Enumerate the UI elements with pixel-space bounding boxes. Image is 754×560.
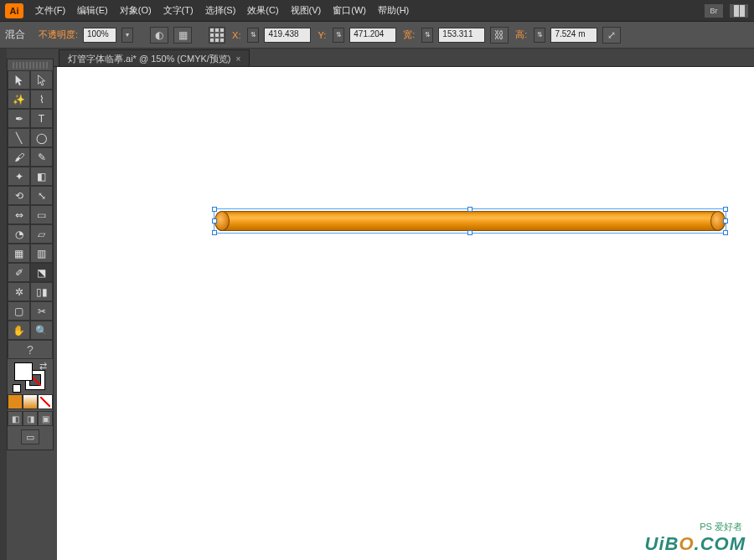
watermark-small: PS 爱好者 (700, 521, 742, 533)
handle-tl[interactable] (212, 207, 217, 212)
magic-wand-tool[interactable]: ✨ (8, 90, 30, 109)
recolor-icon[interactable]: ◐ (150, 27, 168, 44)
menu-effect[interactable]: 效果(C) (247, 4, 278, 17)
gradient-tool[interactable]: ▥ (30, 244, 53, 263)
shape-builder-tool[interactable]: ◔ (8, 224, 30, 244)
zoom-tool[interactable]: 🔍 (30, 321, 53, 340)
opacity-field[interactable]: 100% (83, 28, 116, 43)
selection-tool[interactable] (8, 70, 30, 90)
tube-shape[interactable] (216, 211, 724, 231)
tube-cap-left (214, 211, 230, 231)
menu-select[interactable]: 选择(S) (205, 4, 236, 17)
document-tab-title: 灯管字体临摹.ai* @ 150% (CMYK/预览) (68, 53, 231, 65)
solid-color-mode[interactable] (8, 394, 23, 409)
h-field[interactable]: 7.524 m (550, 28, 597, 43)
color-modes (8, 394, 53, 409)
swap-colors-icon[interactable]: ⇄ (39, 361, 48, 369)
rotate-tool[interactable]: ⟲ (8, 186, 30, 205)
fill-swatch[interactable] (14, 362, 33, 381)
selected-object[interactable] (216, 211, 724, 231)
panel-dock-strip[interactable] (0, 49, 7, 560)
menu-edit[interactable]: 编辑(E) (77, 4, 108, 17)
y-label: Y: (318, 30, 326, 40)
line-tool[interactable]: ╲ (8, 128, 30, 147)
ellipse-tool[interactable]: ◯ (30, 128, 53, 147)
type-tool[interactable]: T (30, 109, 53, 128)
menu-help[interactable]: 帮助(H) (378, 4, 409, 17)
screen-modes: ▭ (8, 429, 53, 444)
watermark-pre: UiB (645, 533, 679, 554)
blend-label: 混合 (5, 28, 25, 42)
watermark-o: O (679, 533, 694, 554)
handle-br[interactable] (723, 230, 728, 235)
menu-bar: Ai 文件(F) 编辑(E) 对象(O) 文字(T) 选择(S) 效果(C) 视… (0, 0, 754, 22)
w-field[interactable]: 153.311 (438, 28, 485, 43)
menu-type[interactable]: 文字(T) (163, 4, 194, 17)
h-stepper[interactable]: ⇅ (534, 28, 545, 43)
x-stepper[interactable]: ⇅ (247, 28, 259, 43)
w-stepper[interactable]: ⇅ (421, 28, 433, 43)
eraser-tool[interactable]: ◧ (30, 167, 53, 186)
constrain-proportions-icon[interactable]: ⛓ (490, 27, 509, 44)
watermark-main: UiBO.COM (645, 533, 746, 555)
screen-mode-button[interactable]: ▭ (21, 429, 39, 444)
app-logo[interactable]: Ai (5, 3, 23, 18)
paintbrush-tool[interactable]: 🖌 (8, 147, 30, 167)
transparency-icon[interactable]: ▦ (173, 27, 192, 44)
slice-tool[interactable]: ✂ (30, 301, 53, 321)
gradient-mode[interactable] (23, 394, 38, 409)
handle-tr[interactable] (723, 207, 728, 212)
w-label: 宽: (403, 28, 415, 41)
pen-tool[interactable]: ✒ (8, 109, 30, 128)
tool-help[interactable]: ? (8, 340, 53, 359)
blend-tool[interactable]: ⬔ (30, 263, 53, 282)
arrange-docs-button[interactable] (729, 3, 749, 18)
symbol-sprayer-tool[interactable]: ✲ (8, 282, 30, 301)
lasso-tool[interactable]: ⌇ (30, 90, 53, 109)
reference-point-icon[interactable] (209, 27, 225, 44)
watermark-post: .COM (695, 533, 746, 554)
handle-bl[interactable] (212, 230, 217, 235)
transform-options-icon[interactable]: ⤢ (602, 27, 621, 44)
opacity-label: 不透明度: (39, 28, 78, 41)
blob-brush-tool[interactable]: ✦ (8, 167, 30, 186)
scale-tool[interactable]: ⤡ (30, 186, 53, 205)
direct-selection-tool[interactable] (30, 70, 53, 90)
default-colors-icon[interactable] (13, 384, 21, 393)
tube-cap-right (710, 211, 726, 231)
options-bar: 混合 不透明度: 100% ▾ ◐ ▦ X: ⇅ 419.438 Y: ⇅ 47… (0, 22, 754, 49)
bridge-button[interactable]: Br (704, 3, 724, 18)
draw-modes: ◧ ◨ ▣ (8, 411, 53, 426)
none-color-mode[interactable] (38, 394, 53, 409)
menu-object[interactable]: 对象(O) (120, 4, 152, 17)
free-transform-tool[interactable]: ▭ (30, 205, 53, 224)
pencil-tool[interactable]: ✎ (30, 147, 53, 167)
draw-behind[interactable]: ◨ (23, 411, 38, 426)
y-field[interactable]: 471.204 (349, 28, 396, 43)
menu-view[interactable]: 视图(V) (291, 4, 322, 17)
panel-grip[interactable] (13, 62, 48, 69)
width-tool[interactable]: ⇔ (8, 205, 30, 224)
menu-file[interactable]: 文件(F) (35, 4, 65, 17)
x-field[interactable]: 419.438 (264, 28, 311, 43)
opacity-dropdown[interactable]: ▾ (121, 28, 133, 43)
draw-inside[interactable]: ▣ (38, 411, 53, 426)
canvas[interactable]: PS 爱好者 UiBO.COM (57, 67, 754, 560)
artboard-tool[interactable]: ▢ (8, 301, 30, 321)
mesh-tool[interactable]: ▦ (8, 244, 30, 263)
h-label: 高: (515, 28, 527, 41)
hand-tool[interactable]: ✋ (8, 321, 30, 340)
draw-normal[interactable]: ◧ (8, 411, 23, 426)
tools-panel: ✨ ⌇ ✒ T ╲ ◯ 🖌 ✎ ✦ ◧ ⟲ ⤡ ⇔ ▭ ◔ ▱ ▦ ▥ ✐ ⬔ … (7, 59, 54, 450)
document-tab[interactable]: 灯管字体临摹.ai* @ 150% (CMYK/预览) × (59, 49, 250, 66)
menu-window[interactable]: 窗口(W) (333, 4, 366, 17)
color-swatches[interactable]: ⇄ (11, 361, 49, 393)
perspective-tool[interactable]: ▱ (30, 224, 53, 244)
x-label: X: (232, 30, 240, 40)
document-tab-row: 灯管字体临摹.ai* @ 150% (CMYK/预览) × (0, 49, 754, 67)
close-tab-icon[interactable]: × (236, 54, 241, 64)
graph-tool[interactable]: ▯▮ (30, 282, 53, 301)
eyedropper-tool[interactable]: ✐ (8, 263, 30, 282)
y-stepper[interactable]: ⇅ (333, 28, 344, 43)
